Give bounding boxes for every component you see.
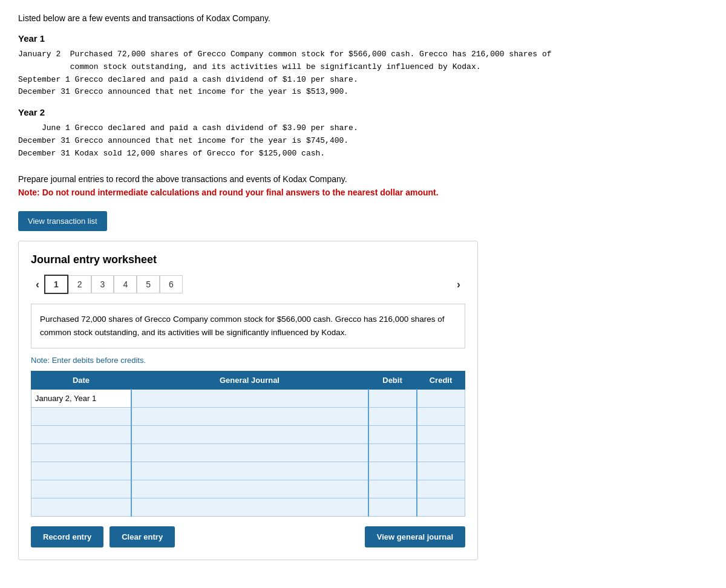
record-entry-button[interactable]: Record entry bbox=[31, 526, 103, 547]
prepare-note: Note: Do not round intermediate calculat… bbox=[18, 186, 708, 199]
year2-heading: Year 2 bbox=[18, 107, 708, 117]
year1-heading: Year 1 bbox=[18, 33, 708, 44]
table-row-credit-1[interactable] bbox=[417, 407, 465, 425]
tab-prev-arrow[interactable]: ‹ bbox=[31, 276, 44, 293]
date-input-6[interactable] bbox=[35, 500, 127, 514]
table-row-date-3[interactable] bbox=[31, 443, 131, 462]
date-input-5[interactable] bbox=[35, 482, 127, 496]
table-row-credit-6[interactable] bbox=[417, 498, 465, 516]
year1-event-2: common stock outstanding, and its activi… bbox=[18, 61, 708, 74]
debit-input-6[interactable] bbox=[373, 500, 413, 514]
date-input-1[interactable] bbox=[35, 410, 127, 423]
table-row-gj-3[interactable] bbox=[131, 443, 368, 462]
view-general-journal-button[interactable]: View general journal bbox=[365, 526, 465, 547]
table-row-gj-6[interactable] bbox=[131, 498, 368, 516]
transaction-description: Purchased 72,000 shares of Grecco Compan… bbox=[31, 304, 465, 348]
tab-1[interactable]: 1 bbox=[44, 275, 68, 294]
journal-worksheet: Journal entry worksheet ‹ 1 2 3 4 5 6 › … bbox=[18, 241, 478, 560]
credit-input-6[interactable] bbox=[421, 500, 462, 514]
table-row-gj-0[interactable] bbox=[131, 389, 368, 407]
date-input-3[interactable] bbox=[35, 446, 127, 460]
gj-input-4[interactable] bbox=[136, 464, 364, 478]
prepare-text: Prepare journal entries to record the ab… bbox=[18, 172, 708, 186]
journal-table: Date General Journal Debit Credit Januar… bbox=[31, 371, 465, 517]
table-row-date-6[interactable] bbox=[31, 498, 131, 516]
worksheet-title: Journal entry worksheet bbox=[31, 253, 465, 266]
credit-input-2[interactable] bbox=[421, 428, 462, 442]
table-row-credit-2[interactable] bbox=[417, 425, 465, 443]
year1-event-4: December 31 Grecco announced that net in… bbox=[18, 86, 708, 99]
table-row-debit-4[interactable] bbox=[368, 462, 417, 480]
gj-input-1[interactable] bbox=[136, 410, 364, 423]
prepare-section: Prepare journal entries to record the ab… bbox=[18, 172, 708, 200]
table-row-date-2[interactable] bbox=[31, 425, 131, 443]
year1-event-1: January 2 Purchased 72,000 shares of Gre… bbox=[18, 48, 708, 61]
view-transaction-button[interactable]: View transaction list bbox=[18, 211, 107, 231]
tab-3[interactable]: 3 bbox=[91, 275, 114, 293]
action-buttons: Record entry Clear entry View general jo… bbox=[31, 526, 465, 547]
credit-input-0[interactable] bbox=[421, 391, 462, 405]
table-row-gj-1[interactable] bbox=[131, 407, 368, 425]
debit-input-3[interactable] bbox=[373, 446, 413, 460]
table-row-debit-1[interactable] bbox=[368, 407, 417, 425]
gj-input-0[interactable] bbox=[136, 391, 364, 405]
table-row-credit-0[interactable] bbox=[417, 389, 465, 407]
col-header-date: Date bbox=[31, 371, 131, 389]
col-header-gj: General Journal bbox=[131, 371, 368, 389]
table-row-credit-3[interactable] bbox=[417, 443, 465, 462]
tab-2[interactable]: 2 bbox=[68, 275, 91, 293]
table-row-date-4[interactable] bbox=[31, 462, 131, 480]
debit-input-0[interactable] bbox=[373, 391, 413, 405]
tab-5[interactable]: 5 bbox=[137, 275, 160, 293]
year2-event-1: June 1 Grecco declared and paid a cash d… bbox=[18, 122, 708, 135]
date-input-4[interactable] bbox=[35, 464, 127, 478]
credit-input-1[interactable] bbox=[421, 410, 462, 423]
gj-input-3[interactable] bbox=[136, 446, 364, 460]
note-debits: Note: Enter debits before credits. bbox=[31, 356, 465, 365]
credit-input-4[interactable] bbox=[421, 464, 462, 478]
table-row-gj-2[interactable] bbox=[131, 425, 368, 443]
table-row-gj-5[interactable] bbox=[131, 480, 368, 498]
table-row-credit-4[interactable] bbox=[417, 462, 465, 480]
credit-input-3[interactable] bbox=[421, 446, 462, 460]
year2-event-2: December 31 Grecco announced that net in… bbox=[18, 135, 708, 148]
col-header-credit: Credit bbox=[417, 371, 465, 389]
table-row-debit-5[interactable] bbox=[368, 480, 417, 498]
year2-event-3: December 31 Kodax sold 12,000 shares of … bbox=[18, 148, 708, 160]
year2-events: June 1 Grecco declared and paid a cash d… bbox=[18, 122, 708, 160]
year1-events: January 2 Purchased 72,000 shares of Gre… bbox=[18, 48, 708, 99]
table-row-debit-0[interactable] bbox=[368, 389, 417, 407]
col-header-debit: Debit bbox=[368, 371, 417, 389]
table-row-date-1[interactable] bbox=[31, 407, 131, 425]
debit-input-1[interactable] bbox=[373, 410, 413, 423]
gj-input-2[interactable] bbox=[136, 428, 364, 442]
table-row-date-0: January 2, Year 1 bbox=[31, 389, 131, 407]
clear-entry-button[interactable]: Clear entry bbox=[110, 526, 175, 547]
tabs-navigation: ‹ 1 2 3 4 5 6 › bbox=[31, 275, 465, 294]
tab-4[interactable]: 4 bbox=[114, 275, 137, 293]
table-row-debit-6[interactable] bbox=[368, 498, 417, 516]
table-row-debit-3[interactable] bbox=[368, 443, 417, 462]
debit-input-5[interactable] bbox=[373, 482, 413, 496]
date-input-2[interactable] bbox=[35, 428, 127, 442]
tab-next-arrow[interactable]: › bbox=[452, 276, 465, 293]
table-row-debit-2[interactable] bbox=[368, 425, 417, 443]
tab-6[interactable]: 6 bbox=[160, 275, 183, 293]
gj-input-5[interactable] bbox=[136, 482, 364, 496]
year1-event-3: September 1 Grecco declared and paid a c… bbox=[18, 74, 708, 87]
table-row-date-5[interactable] bbox=[31, 480, 131, 498]
table-row-credit-5[interactable] bbox=[417, 480, 465, 498]
intro-text: Listed below are a few events and transa… bbox=[18, 12, 708, 25]
debit-input-2[interactable] bbox=[373, 428, 413, 442]
debit-input-4[interactable] bbox=[373, 464, 413, 478]
gj-input-6[interactable] bbox=[136, 500, 364, 514]
credit-input-5[interactable] bbox=[421, 482, 462, 496]
table-row-gj-4[interactable] bbox=[131, 462, 368, 480]
